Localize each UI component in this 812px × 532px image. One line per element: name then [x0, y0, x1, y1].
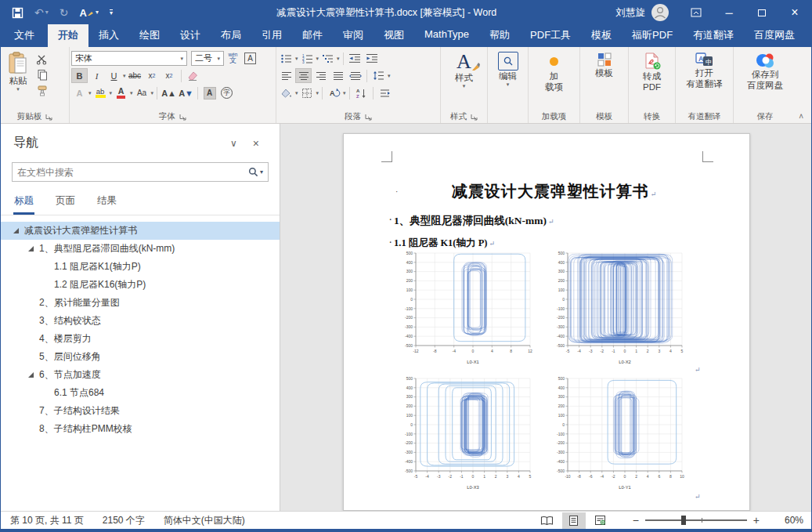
- superscript-button[interactable]: x2: [161, 68, 178, 83]
- cut-icon[interactable]: [34, 52, 50, 67]
- tell-me[interactable]: 告诉我: [805, 0, 812, 47]
- nav-tree-item[interactable]: 6、节点加速度: [1, 366, 280, 384]
- format-style-icon[interactable]: A▾: [79, 8, 98, 18]
- underline-dropdown[interactable]: ▾: [123, 73, 126, 78]
- font-color-button[interactable]: A: [113, 85, 129, 100]
- change-case-button[interactable]: Aa: [134, 85, 150, 100]
- format-painter-icon[interactable]: [34, 83, 50, 98]
- tab-开始[interactable]: 开始: [48, 24, 88, 47]
- template-button[interactable]: 模板: [590, 49, 618, 78]
- nav-tree-item[interactable]: 5、层间位移角: [1, 348, 280, 366]
- nav-tree-item[interactable]: 减震设计大震弹塑性计算书: [1, 222, 280, 240]
- phonetic-guide-button[interactable]: wén文: [225, 51, 241, 66]
- zoom-slider-thumb[interactable]: [681, 516, 686, 525]
- redo-icon[interactable]: ↻: [60, 7, 69, 18]
- shrink-font-button[interactable]: A▼: [178, 85, 194, 100]
- tab-布局[interactable]: 布局: [211, 24, 251, 47]
- multilevel-list-icon[interactable]: [319, 51, 336, 66]
- nav-tab-结果[interactable]: 结果: [96, 191, 117, 215]
- grow-font-button[interactable]: A▲: [161, 85, 177, 100]
- subscript-button[interactable]: x2: [144, 68, 161, 83]
- nav-tab-标题[interactable]: 标题: [13, 191, 34, 215]
- maximize-button[interactable]: [745, 0, 778, 25]
- nav-close-icon[interactable]: ×: [245, 137, 267, 150]
- character-shading-button[interactable]: A: [201, 85, 218, 100]
- tab-模板[interactable]: 模板: [581, 24, 622, 47]
- page-indicator[interactable]: 第 10 页, 共 11 页: [10, 514, 84, 527]
- nav-tree-item[interactable]: 1.1 阻尼器K1(轴力P): [1, 258, 280, 276]
- enclose-characters-button[interactable]: 字: [218, 85, 235, 100]
- nav-tree-item[interactable]: 3、结构铰状态: [1, 312, 280, 330]
- shading-icon[interactable]: [278, 85, 294, 100]
- line-spacing-icon[interactable]: [370, 68, 387, 83]
- tab-MathType[interactable]: MathType: [414, 24, 479, 47]
- ribbon-display-options-icon[interactable]: [680, 0, 713, 25]
- zoom-slider[interactable]: [645, 519, 747, 521]
- clipboard-dialog-launcher[interactable]: [45, 113, 52, 121]
- tab-设计[interactable]: 设计: [170, 24, 211, 47]
- tab-百度网盘[interactable]: 百度网盘: [744, 24, 805, 47]
- nav-tree-item[interactable]: 6.1 节点684: [1, 384, 280, 402]
- bullets-icon[interactable]: [278, 51, 294, 66]
- save-icon[interactable]: [12, 7, 23, 19]
- user-name[interactable]: 刘慧旋: [616, 6, 646, 20]
- paste-button[interactable]: 粘贴▾: [2, 49, 34, 92]
- highlight-button[interactable]: ab: [92, 85, 109, 100]
- increase-indent-icon[interactable]: [364, 51, 381, 66]
- convert-to-pdf-button[interactable]: 转成 PDF: [638, 49, 666, 93]
- zoom-out-button[interactable]: −: [626, 515, 645, 526]
- document-page[interactable]: · 减震设计大震弹塑性计算书↵ ·1、典型阻尼器滞回曲线(kN-mm)↵ ·1.…: [343, 133, 750, 511]
- user-avatar[interactable]: [651, 4, 669, 21]
- addins-button[interactable]: 加 载项: [540, 49, 568, 93]
- tab-插入[interactable]: 插入: [88, 24, 129, 47]
- web-layout-icon[interactable]: [589, 512, 612, 529]
- numbering-icon[interactable]: 123: [299, 51, 316, 66]
- italic-button[interactable]: I: [88, 68, 105, 83]
- tab-file[interactable]: 文件: [1, 24, 48, 47]
- show-marks-icon[interactable]: [377, 85, 393, 100]
- language-indicator[interactable]: 简体中文(中国大陆): [164, 514, 245, 527]
- collapse-ribbon-icon[interactable]: ˄: [799, 112, 803, 121]
- read-mode-icon[interactable]: [536, 512, 559, 529]
- text-effects-button[interactable]: A: [71, 85, 88, 100]
- tab-引用[interactable]: 引用: [251, 24, 292, 47]
- nav-tree-item[interactable]: 1、典型阻尼器滞回曲线(kN-mm): [1, 240, 280, 258]
- align-left-icon[interactable]: [278, 68, 294, 83]
- distributed-icon[interactable]: [347, 68, 363, 83]
- asian-layout-icon[interactable]: A: [326, 85, 342, 100]
- bold-button[interactable]: B: [71, 68, 88, 83]
- undo-icon[interactable]: ↶▾: [34, 7, 49, 18]
- minimize-button[interactable]: ─: [713, 0, 745, 25]
- decrease-indent-icon[interactable]: [347, 51, 363, 66]
- align-right-icon[interactable]: [312, 68, 329, 83]
- justify-icon[interactable]: [330, 68, 346, 83]
- align-center-icon[interactable]: [295, 68, 312, 83]
- search-button[interactable]: ▾: [244, 167, 268, 177]
- tab-帮助[interactable]: 帮助: [479, 24, 520, 47]
- underline-button[interactable]: U: [106, 68, 122, 83]
- nav-tree-item[interactable]: 2、累计能量分量图: [1, 294, 280, 312]
- customize-qat-icon[interactable]: ▾: [110, 9, 113, 16]
- sort-icon[interactable]: AZ: [353, 85, 370, 100]
- styles-dialog-launcher[interactable]: [470, 113, 478, 121]
- styles-button[interactable]: A 样式▾: [450, 49, 478, 89]
- font-size-select[interactable]: 二号▾: [191, 51, 224, 66]
- tab-审阅[interactable]: 审阅: [333, 24, 374, 47]
- paragraph-dialog-launcher[interactable]: [364, 113, 372, 121]
- zoom-in-button[interactable]: +: [747, 515, 766, 526]
- save-to-baidu-button[interactable]: 保存到 百度网盘: [742, 49, 788, 92]
- font-name-select[interactable]: 宋体▾: [71, 51, 187, 66]
- zoom-percent[interactable]: 60%: [769, 515, 803, 526]
- clear-formatting-icon[interactable]: [185, 68, 201, 83]
- character-border-button[interactable]: A: [242, 51, 258, 66]
- nav-tab-页面[interactable]: 页面: [55, 191, 76, 215]
- font-dialog-launcher[interactable]: [179, 113, 186, 121]
- tab-邮件[interactable]: 邮件: [292, 24, 333, 47]
- strikethrough-button[interactable]: abc: [127, 68, 143, 83]
- document-canvas[interactable]: · 减震设计大震弹塑性计算书↵ ·1、典型阻尼器滞回曲线(kN-mm)↵ ·1.…: [280, 124, 811, 511]
- word-count[interactable]: 2150 个字: [103, 514, 145, 527]
- nav-tree-item[interactable]: 7、子结构设计结果: [1, 402, 280, 420]
- borders-icon[interactable]: [299, 85, 316, 100]
- nav-tree-item[interactable]: 4、楼层剪力: [1, 330, 280, 348]
- print-layout-icon[interactable]: [562, 512, 586, 529]
